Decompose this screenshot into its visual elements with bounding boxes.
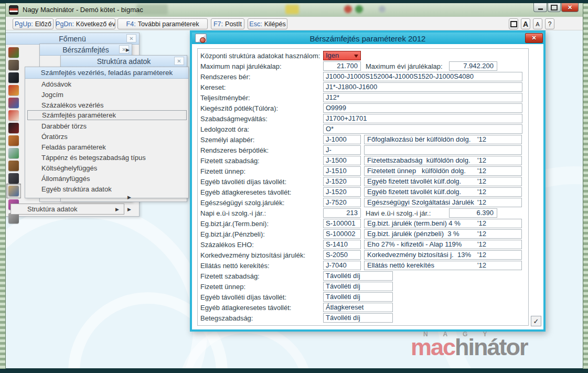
minimize-button[interactable] [533, 3, 547, 12]
menu-item[interactable]: Százalékos vezérlés [27, 100, 187, 110]
field-input[interactable]: O* [323, 124, 522, 134]
dialog-field-row: Személyi alapbér:J-1000Főfoglalkozású bé… [192, 135, 543, 145]
toolbar: PgUp:ElőzőPgDn:Következő évF4:További pa… [5, 17, 583, 30]
numeric-field-input[interactable]: 6.390 [449, 208, 497, 218]
hat-icon[interactable] [8, 173, 19, 184]
exit-button[interactable]: Esc:Kilépés [248, 18, 287, 29]
numeric-field-input[interactable]: 7.942.200 [449, 61, 497, 71]
window-titlebar[interactable]: Nagy Machinátor - Demó kötet - bigmac ✕ [5, 3, 583, 17]
printer-icon[interactable] [8, 72, 19, 83]
numeric-field-input[interactable]: 213 [323, 208, 361, 218]
machinator-logo: N A G Y machinátor [411, 329, 579, 367]
field-label: Fizetett ünnep: [200, 167, 245, 176]
tools-icon[interactable] [8, 60, 19, 70]
field-input[interactable]: O9999 [323, 103, 522, 113]
field-description-box[interactable]: Egyéb fizetett távollét külf.dolg.'12 [364, 177, 522, 186]
code-field-input[interactable]: J-1510 [323, 166, 361, 176]
field-description-box[interactable]: Főfoglalkozású bér külföldön dolg.'12 [364, 135, 522, 144]
field-description-box[interactable]: Eg.bizt. járulék (term.beni) 4 %'12 [364, 219, 522, 228]
menu-item[interactable]: Jogcím [27, 89, 187, 100]
menu-item[interactable]: Feladás paraméterek [27, 142, 187, 152]
confirm-check-button[interactable]: ✓ [531, 316, 541, 326]
menu-item[interactable]: Óratörzs [27, 131, 187, 142]
close-button[interactable]: ✕ [561, 3, 579, 12]
code-field-input[interactable]: J-7520 [323, 198, 361, 207]
numeric-field-input[interactable]: 21.700 [323, 61, 361, 71]
menu-item[interactable]: Számfejtés paraméterek [27, 110, 187, 120]
field-input[interactable]: Távolléti díj [323, 292, 393, 302]
box-icon[interactable] [8, 161, 19, 171]
menu-window-szamfejtes-vezerles: Számfejtés vezérlés, feladás paraméterek… [25, 67, 189, 198]
code-field-input[interactable]: J-1520 [323, 177, 361, 186]
central-data-dropdown[interactable]: Igen [323, 51, 361, 60]
menu-item[interactable]: Költséghelyfüggés [27, 163, 187, 173]
next-year-button[interactable]: PgDn:Következő év [56, 18, 115, 29]
field-description-box[interactable]: Egészségügyi Szolgáltatási Járulék'12 [364, 198, 522, 207]
menu-item[interactable]: Állományfüggés [27, 173, 187, 184]
shortcut-key-label: PgUp: [15, 20, 33, 28]
field-input[interactable]: J1700+J1701 [323, 114, 522, 123]
field-description-box[interactable]: Korkedvezmény biztosítási j. 13%'12 [364, 250, 522, 260]
briefcase-icon[interactable] [8, 123, 19, 133]
field-description-box[interactable] [364, 145, 522, 155]
field-input[interactable]: Távolléti díj [323, 313, 393, 323]
shortcut-key-label: PgDn: [56, 20, 74, 28]
field-input[interactable]: J12* [323, 93, 522, 102]
field-input[interactable]: J1*-J1800-J1600 [323, 82, 522, 92]
dropdown-value: Igen [326, 51, 339, 59]
code-field-input[interactable]: S-1410 [323, 240, 361, 249]
close-icon[interactable]: ✕ [126, 34, 136, 42]
field-label: Egyéb átlagkeresetes távollét: [200, 303, 291, 313]
code-field-input[interactable]: J-1520 [323, 187, 361, 197]
button-label: Előző [35, 20, 51, 28]
menu-item[interactable]: Darabbér törzs [27, 121, 187, 131]
globe-icon[interactable] [8, 186, 19, 196]
code-field-input[interactable]: S-100001 [323, 219, 361, 228]
field-input[interactable]: Távolléti díj [323, 271, 393, 281]
field-description-box[interactable]: Fizetettszabadság külföldön dolg.'12 [364, 156, 522, 165]
year-tag: '12 [477, 135, 486, 144]
help-button[interactable]: ? [545, 18, 554, 29]
font-decrease-button[interactable]: A [533, 18, 542, 29]
field-input[interactable]: J1000-J1000S152004-J1000S1520-J1000S4080 [323, 72, 522, 81]
chart-icon[interactable] [8, 98, 19, 108]
field-input[interactable]: Átlagkereset [323, 303, 393, 312]
dialog-field-row: Rendszeres bérpótlék:J- [192, 145, 543, 156]
code-field-input[interactable]: S-2050 [323, 250, 361, 260]
prev-year-button[interactable]: PgUp:Előző [13, 18, 54, 29]
code-field-input[interactable]: S-100002 [323, 229, 361, 239]
postit-button[interactable]: F7:PostIt [211, 18, 244, 29]
field-description-box[interactable]: Fizetetett ünnep külföldön dolg.'12 [364, 166, 522, 176]
menu-item-struktura-adatok[interactable]: Struktúra adatok ▶ [10, 204, 124, 215]
more-parameters-button[interactable]: F4:További paraméterek [117, 18, 208, 29]
description-text: Fizetetett ünnep külföldön dolg. [367, 167, 466, 175]
dialog-field-row: Százalékos EHO:S-1410Eho 27% - kifizetői… [192, 240, 543, 250]
year-tag: '12 [477, 177, 486, 186]
money-icon[interactable] [8, 148, 19, 158]
menu-item[interactable]: Egyéb struktúra adatok [27, 184, 187, 194]
bottle-icon[interactable] [8, 47, 19, 58]
field-description-box[interactable]: Eg.bizt. járulék (pénzbeli) 3 %'12 [364, 229, 522, 239]
app-window: Főmenü ✕ Bérszámfejtés ✕ ▶ Struktúra ada… [0, 0, 588, 373]
close-icon[interactable]: ✕ [525, 33, 543, 43]
menu-item[interactable]: Táppénz és betegszabadság típus [27, 152, 187, 163]
menu-item-label: Költséghelyfüggés [41, 164, 97, 172]
field-description-box[interactable]: Egyéb fizetett távollét külf.dolg.'12 [364, 187, 522, 197]
close-icon[interactable]: ✕ [174, 57, 184, 65]
code-field-input[interactable]: J-1000 [323, 135, 361, 144]
book-icon[interactable] [8, 85, 19, 95]
menu-item[interactable]: Adósávok [27, 79, 187, 89]
code-field-input[interactable]: J-7040 [323, 261, 361, 270]
gear-icon[interactable] [8, 213, 19, 223]
flag-icon[interactable] [8, 110, 19, 121]
maximize-button[interactable] [548, 3, 561, 12]
field-input[interactable]: Távolléti díj [323, 282, 393, 291]
field-description-box[interactable]: Ellátás nettó kerekítés'12 [364, 261, 522, 270]
description-text: Ellátás nettó kerekítés [367, 261, 434, 270]
code-field-input[interactable]: J-1500 [323, 156, 361, 165]
code-field-input[interactable]: J- [323, 145, 361, 155]
bag-icon[interactable] [8, 135, 19, 146]
field-description-box[interactable]: Eho 27% - kifizetői - Alap 119%'12 [364, 240, 522, 249]
font-increase-button[interactable]: A [521, 18, 530, 29]
border-toggle-button[interactable] [509, 18, 518, 29]
